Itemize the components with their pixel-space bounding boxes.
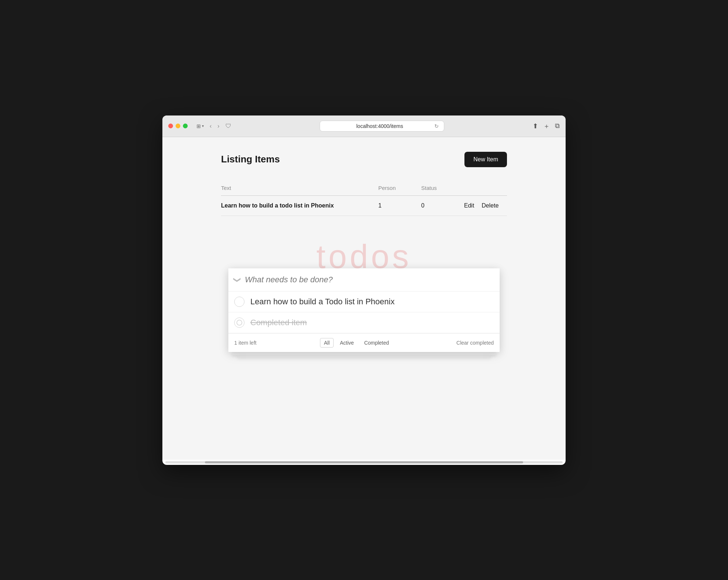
- browser-window: ⊞ ▾ ‹ › 🛡 localhost:4000/items ↻ ⬆ ＋ ⧉: [162, 115, 566, 465]
- filter-button-completed[interactable]: Completed: [360, 338, 393, 348]
- toggle-all-button[interactable]: ❯: [234, 275, 240, 285]
- filter-button-active[interactable]: Active: [336, 338, 358, 348]
- todo-checkbox[interactable]: [234, 297, 244, 307]
- scrollbar-thumb[interactable]: [205, 461, 523, 463]
- chevron-down-icon: ▾: [202, 124, 204, 128]
- back-button[interactable]: ‹: [208, 122, 213, 130]
- page-content: Listing Items New Item Text Person Statu…: [162, 137, 566, 460]
- browser-actions: ⬆ ＋ ⧉: [533, 122, 560, 131]
- sidebar-icon: ⊞: [196, 123, 201, 129]
- delete-link[interactable]: Delete: [482, 202, 499, 209]
- address-bar-wrapper: localhost:4000/items ↻: [236, 121, 528, 132]
- todo-item: Learn how to build a Todo list in Phoeni…: [228, 291, 500, 312]
- todos-app: ❯ Learn how to build a Todo list in Phoe…: [228, 268, 500, 352]
- share-button[interactable]: ⬆: [533, 122, 538, 130]
- filter-button-all[interactable]: All: [320, 338, 334, 348]
- plus-icon: ＋: [543, 122, 550, 131]
- new-tab-button[interactable]: ＋: [543, 122, 550, 131]
- item-actions: Edit Delete: [464, 195, 507, 216]
- browser-chrome: ⊞ ▾ ‹ › 🛡 localhost:4000/items ↻ ⬆ ＋ ⧉: [162, 115, 566, 137]
- table-row: Learn how to build a todo list in Phoeni…: [221, 195, 507, 216]
- item-text: Learn how to build a todo list in Phoeni…: [221, 195, 378, 216]
- items-count: 1 item left: [234, 340, 257, 346]
- scrollbar-track[interactable]: [165, 461, 563, 463]
- shield-icon: 🛡: [225, 123, 231, 129]
- footer-filters: AllActiveCompleted: [320, 338, 393, 348]
- url-text: localhost:4000/items: [325, 123, 434, 129]
- page-header: Listing Items New Item: [221, 152, 507, 167]
- todo-checkbox[interactable]: [234, 317, 244, 328]
- table-header-status: Status: [421, 182, 464, 196]
- address-bar[interactable]: localhost:4000/items ↻: [320, 121, 444, 132]
- table-header-actions: [464, 182, 507, 196]
- todo-input[interactable]: [245, 274, 494, 286]
- new-item-button[interactable]: New Item: [464, 152, 507, 167]
- todo-items-list: Learn how to build a Todo list in Phoeni…: [228, 291, 500, 333]
- tabs-icon: ⧉: [555, 122, 560, 130]
- clear-completed-button[interactable]: Clear completed: [456, 340, 494, 346]
- page-title: Listing Items: [221, 154, 280, 165]
- browser-controls: ⊞ ▾ ‹ › 🛡: [195, 122, 231, 130]
- traffic-lights: [168, 124, 188, 128]
- sidebar-toggle-button[interactable]: ⊞ ▾: [195, 122, 205, 130]
- close-button[interactable]: [168, 124, 173, 128]
- edit-link[interactable]: Edit: [464, 202, 474, 209]
- maximize-button[interactable]: [183, 124, 188, 128]
- table-header-person: Person: [378, 182, 421, 196]
- todo-item: Completed item: [228, 312, 500, 333]
- share-icon: ⬆: [533, 122, 538, 130]
- table-header-text: Text: [221, 182, 378, 196]
- todo-item-text: Learn how to build a Todo list in Phoeni…: [250, 297, 394, 306]
- todo-input-row: ❯: [228, 268, 500, 291]
- todos-shadow-layer-2: [237, 355, 491, 358]
- reload-button[interactable]: ↻: [434, 123, 439, 129]
- minimize-button[interactable]: [176, 124, 180, 128]
- forward-button[interactable]: ›: [216, 122, 221, 130]
- item-person: 1: [378, 195, 421, 216]
- todos-footer: 1 item left AllActiveCompleted Clear com…: [228, 333, 500, 352]
- svg-point-0: [237, 320, 242, 325]
- chevron-down-icon: ❯: [233, 276, 242, 283]
- item-status: 0: [421, 195, 464, 216]
- items-table: Text Person Status Learn how to build a …: [221, 182, 507, 216]
- todo-item-text: Completed item: [250, 318, 307, 327]
- tabs-button[interactable]: ⧉: [555, 122, 560, 130]
- todos-shadow-layer-1: [232, 352, 496, 355]
